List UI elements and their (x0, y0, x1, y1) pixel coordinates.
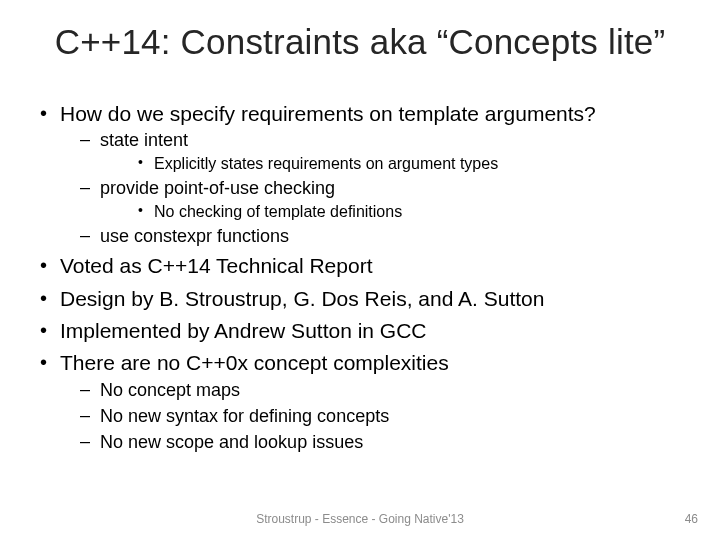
list-item: Design by B. Stroustrup, G. Dos Reis, an… (38, 285, 688, 313)
sublist: state intent Explicitly states requireme… (60, 128, 688, 248)
list-item: use constexpr functions (78, 224, 688, 248)
list-item: provide point-of-use checking No checkin… (78, 176, 688, 222)
bullet-text: No concept maps (100, 380, 240, 400)
page-number: 46 (685, 512, 698, 526)
bullet-text: No new scope and lookup issues (100, 432, 363, 452)
bullet-text: use constexpr functions (100, 226, 289, 246)
bullet-text: Implemented by Andrew Sutton in GCC (60, 319, 427, 342)
slide: C++14: Constraints aka “Concepts lite” H… (0, 0, 720, 540)
list-item: No checking of template definitions (136, 201, 688, 223)
sublist: No checking of template definitions (100, 201, 688, 223)
list-item: Explicitly states requirements on argume… (136, 153, 688, 175)
slide-body: How do we specify requirements on templa… (38, 100, 688, 459)
list-item: No new syntax for defining concepts (78, 404, 688, 428)
list-item: No new scope and lookup issues (78, 430, 688, 454)
bullet-text: Voted as C++14 Technical Report (60, 254, 373, 277)
bullet-text: state intent (100, 130, 188, 150)
list-item: No concept maps (78, 378, 688, 402)
list-item: Voted as C++14 Technical Report (38, 252, 688, 280)
list-item: state intent Explicitly states requireme… (78, 128, 688, 174)
bullet-text: Explicitly states requirements on argume… (154, 155, 498, 172)
bullet-text: There are no C++0x concept complexities (60, 351, 449, 374)
bullet-text: Design by B. Stroustrup, G. Dos Reis, an… (60, 287, 544, 310)
list-item: How do we specify requirements on templa… (38, 100, 688, 248)
bullet-text: No checking of template definitions (154, 203, 402, 220)
list-item: Implemented by Andrew Sutton in GCC (38, 317, 688, 345)
sublist: No concept maps No new syntax for defini… (60, 378, 688, 455)
bullet-text: provide point-of-use checking (100, 178, 335, 198)
bullet-list: How do we specify requirements on templa… (38, 100, 688, 455)
bullet-text: No new syntax for defining concepts (100, 406, 389, 426)
bullet-text: How do we specify requirements on templa… (60, 102, 596, 125)
slide-title: C++14: Constraints aka “Concepts lite” (0, 22, 720, 62)
sublist: Explicitly states requirements on argume… (100, 153, 688, 175)
list-item: There are no C++0x concept complexities … (38, 349, 688, 454)
footer-text: Stroustrup - Essence - Going Native'13 (0, 512, 720, 526)
